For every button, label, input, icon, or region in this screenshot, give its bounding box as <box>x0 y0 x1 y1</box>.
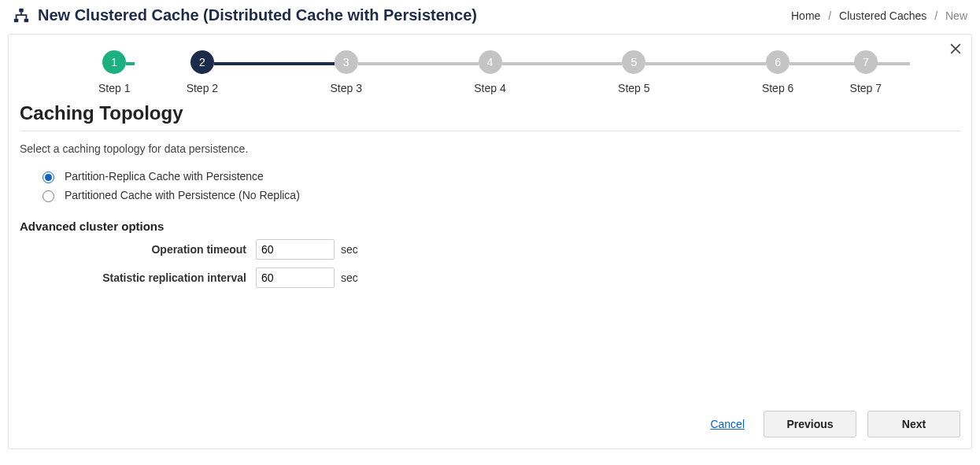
topology-option-partition-replica[interactable]: Partition-Replica Cache with Persistence <box>39 169 960 183</box>
step-connector <box>126 62 134 65</box>
page-title: New Clustered Cache (Distributed Cache w… <box>38 6 477 24</box>
section-subtitle: Select a caching topology for data persi… <box>20 142 960 155</box>
step-circle: 6 <box>766 50 790 74</box>
step-4[interactable]: 4 Step 4 <box>418 50 562 94</box>
step-circle: 5 <box>622 50 645 74</box>
next-button[interactable]: Next <box>867 411 960 437</box>
step-connector <box>645 62 766 65</box>
divider <box>20 131 960 131</box>
wizard-footer: Cancel Previous Next <box>20 406 960 437</box>
step-label: Step 5 <box>618 82 649 94</box>
step-1[interactable]: 1 Step 1 <box>98 50 130 94</box>
breadcrumb-caches[interactable]: Clustered Caches <box>839 9 926 22</box>
svg-rect-1 <box>14 18 19 22</box>
header-left: New Clustered Cache (Distributed Cache w… <box>13 6 477 24</box>
replication-interval-label: Statistic replication interval <box>20 271 256 284</box>
radio-label[interactable]: Partitioned Cache with Persistence (No R… <box>65 189 300 201</box>
step-circle: 7 <box>854 50 878 74</box>
radio-label[interactable]: Partition-Replica Cache with Persistence <box>65 170 264 183</box>
operation-timeout-row: Operation timeout sec <box>20 239 960 260</box>
step-label: Step 6 <box>762 82 793 94</box>
operation-timeout-label: Operation timeout <box>20 243 256 256</box>
replication-interval-row: Statistic replication interval sec <box>20 268 960 288</box>
replication-interval-input[interactable] <box>256 268 335 288</box>
step-label: Step 4 <box>474 82 505 94</box>
section-title: Caching Topology <box>20 102 960 124</box>
breadcrumb-sep: / <box>828 9 831 22</box>
cancel-button[interactable]: Cancel <box>702 413 753 435</box>
replication-interval-unit: sec <box>341 271 358 284</box>
step-circle: 4 <box>479 50 502 74</box>
step-connector <box>358 62 479 65</box>
stepper: 1 Step 1 2 Step 2 3 Step 3 4 Step 4 5 St… <box>20 46 960 94</box>
breadcrumb-current: New <box>945 9 967 22</box>
step-label: Step 3 <box>330 82 361 94</box>
step-6[interactable]: 6 Step 6 <box>706 50 850 94</box>
operation-timeout-unit: sec <box>341 243 358 256</box>
step-circle: 3 <box>335 50 358 74</box>
step-label: Step 2 <box>187 82 218 94</box>
breadcrumb-home[interactable]: Home <box>791 9 820 22</box>
radio-partitioned[interactable] <box>43 190 54 202</box>
breadcrumb-sep: / <box>934 9 937 22</box>
step-2[interactable]: 2 Step 2 <box>130 50 274 94</box>
svg-rect-2 <box>24 18 28 22</box>
wizard-panel: 1 Step 1 2 Step 2 3 Step 3 4 Step 4 5 St… <box>8 34 972 449</box>
hierarchy-icon <box>13 7 30 24</box>
step-connector <box>502 62 623 65</box>
breadcrumb: Home / Clustered Caches / New <box>791 9 967 22</box>
step-connector <box>214 62 335 65</box>
step-label: Step 1 <box>98 82 130 94</box>
step-5[interactable]: 5 Step 5 <box>562 50 706 94</box>
page-header: New Clustered Cache (Distributed Cache w… <box>0 0 980 34</box>
step-connector <box>790 62 910 65</box>
step-7[interactable]: 7 Step 7 <box>850 50 882 94</box>
step-3[interactable]: 3 Step 3 <box>274 50 418 94</box>
previous-button[interactable]: Previous <box>764 411 856 437</box>
svg-rect-0 <box>19 8 24 12</box>
step-label: Step 7 <box>850 82 882 94</box>
step-circle: 1 <box>102 50 126 74</box>
topology-option-partitioned[interactable]: Partitioned Cache with Persistence (No R… <box>39 188 960 202</box>
advanced-options-title: Advanced cluster options <box>20 220 960 233</box>
operation-timeout-input[interactable] <box>256 239 335 260</box>
radio-partition-replica[interactable] <box>43 172 54 183</box>
step-circle: 2 <box>190 50 214 74</box>
topology-radio-group: Partition-Replica Cache with Persistence… <box>39 169 960 202</box>
